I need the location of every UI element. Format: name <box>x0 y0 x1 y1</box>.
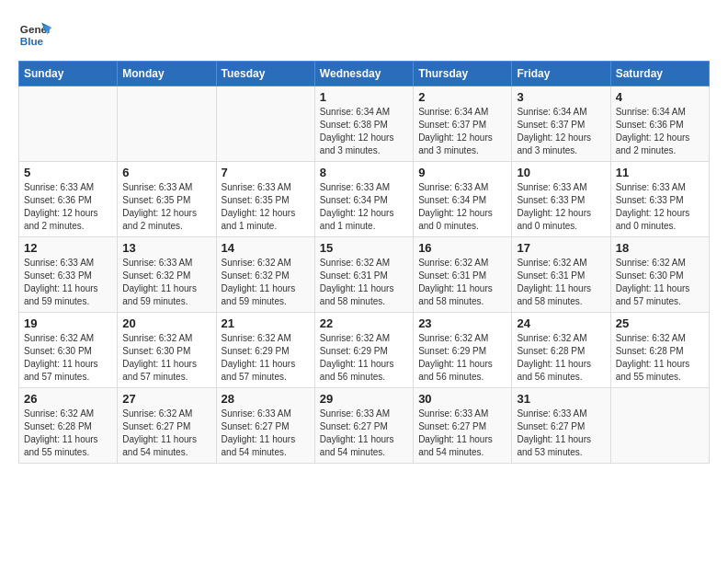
calendar-header-tuesday: Tuesday <box>216 62 314 86</box>
calendar-cell: 11Sunrise: 6:33 AM Sunset: 6:33 PM Dayli… <box>610 162 709 237</box>
day-info: Sunrise: 6:32 AM Sunset: 6:29 PM Dayligh… <box>418 332 506 384</box>
day-number: 4 <box>616 90 704 104</box>
calendar-body: 1Sunrise: 6:34 AM Sunset: 6:38 PM Daylig… <box>19 86 710 464</box>
day-info: Sunrise: 6:34 AM Sunset: 6:37 PM Dayligh… <box>418 106 506 157</box>
calendar-cell: 4Sunrise: 6:34 AM Sunset: 6:36 PM Daylig… <box>610 86 709 162</box>
day-info: Sunrise: 6:32 AM Sunset: 6:28 PM Dayligh… <box>517 332 605 384</box>
day-info: Sunrise: 6:34 AM Sunset: 6:37 PM Dayligh… <box>517 106 605 157</box>
calendar-cell <box>118 86 216 162</box>
calendar-header-wednesday: Wednesday <box>314 62 413 86</box>
calendar-cell: 26Sunrise: 6:32 AM Sunset: 6:28 PM Dayli… <box>19 388 118 464</box>
day-number: 24 <box>517 316 605 330</box>
logo-icon: General Blue <box>18 18 51 52</box>
calendar-header-friday: Friday <box>512 62 610 86</box>
day-number: 19 <box>24 316 112 330</box>
calendar-header-saturday: Saturday <box>610 62 709 86</box>
day-info: Sunrise: 6:32 AM Sunset: 6:28 PM Dayligh… <box>24 408 112 459</box>
day-info: Sunrise: 6:33 AM Sunset: 6:27 PM Dayligh… <box>222 408 310 459</box>
calendar-cell: 17Sunrise: 6:32 AM Sunset: 6:31 PM Dayli… <box>512 237 610 313</box>
day-number: 6 <box>122 166 210 179</box>
calendar-cell: 13Sunrise: 6:33 AM Sunset: 6:32 PM Dayli… <box>118 237 216 313</box>
calendar-cell: 6Sunrise: 6:33 AM Sunset: 6:35 PM Daylig… <box>118 162 216 237</box>
day-number: 14 <box>222 241 310 255</box>
day-number: 5 <box>24 166 112 179</box>
day-info: Sunrise: 6:32 AM Sunset: 6:29 PM Dayligh… <box>222 332 310 384</box>
calendar-cell: 7Sunrise: 6:33 AM Sunset: 6:35 PM Daylig… <box>216 162 314 237</box>
day-number: 23 <box>418 316 506 330</box>
day-number: 26 <box>24 392 112 406</box>
calendar-cell <box>19 86 118 162</box>
day-number: 20 <box>122 316 210 330</box>
day-info: Sunrise: 6:32 AM Sunset: 6:31 PM Dayligh… <box>320 257 408 308</box>
calendar-cell: 27Sunrise: 6:32 AM Sunset: 6:27 PM Dayli… <box>118 388 216 464</box>
day-info: Sunrise: 6:33 AM Sunset: 6:34 PM Dayligh… <box>418 181 506 233</box>
day-number: 11 <box>616 166 704 179</box>
day-info: Sunrise: 6:33 AM Sunset: 6:36 PM Dayligh… <box>24 181 112 233</box>
calendar-cell: 23Sunrise: 6:32 AM Sunset: 6:29 PM Dayli… <box>414 313 512 388</box>
calendar-cell: 2Sunrise: 6:34 AM Sunset: 6:37 PM Daylig… <box>414 86 512 162</box>
day-number: 16 <box>418 241 506 255</box>
calendar-cell: 20Sunrise: 6:32 AM Sunset: 6:30 PM Dayli… <box>118 313 216 388</box>
day-info: Sunrise: 6:33 AM Sunset: 6:32 PM Dayligh… <box>122 257 210 308</box>
calendar-cell: 31Sunrise: 6:33 AM Sunset: 6:27 PM Dayli… <box>512 388 610 464</box>
day-number: 30 <box>418 392 506 406</box>
calendar-header-row: SundayMondayTuesdayWednesdayThursdayFrid… <box>19 62 710 86</box>
calendar-cell: 15Sunrise: 6:32 AM Sunset: 6:31 PM Dayli… <box>314 237 413 313</box>
calendar-cell: 5Sunrise: 6:33 AM Sunset: 6:36 PM Daylig… <box>19 162 118 237</box>
svg-text:Blue: Blue <box>20 35 44 47</box>
calendar-cell: 16Sunrise: 6:32 AM Sunset: 6:31 PM Dayli… <box>414 237 512 313</box>
calendar-cell: 3Sunrise: 6:34 AM Sunset: 6:37 PM Daylig… <box>512 86 610 162</box>
day-info: Sunrise: 6:33 AM Sunset: 6:33 PM Dayligh… <box>517 181 605 233</box>
calendar-header-monday: Monday <box>118 62 216 86</box>
day-number: 10 <box>517 166 605 179</box>
day-number: 1 <box>320 90 408 104</box>
calendar-week-4: 19Sunrise: 6:32 AM Sunset: 6:30 PM Dayli… <box>19 313 710 388</box>
calendar-week-1: 1Sunrise: 6:34 AM Sunset: 6:38 PM Daylig… <box>19 86 710 162</box>
day-info: Sunrise: 6:32 AM Sunset: 6:31 PM Dayligh… <box>517 257 605 308</box>
calendar-cell: 10Sunrise: 6:33 AM Sunset: 6:33 PM Dayli… <box>512 162 610 237</box>
day-info: Sunrise: 6:33 AM Sunset: 6:33 PM Dayligh… <box>24 257 112 308</box>
day-number: 7 <box>222 166 310 179</box>
day-number: 21 <box>222 316 310 330</box>
day-number: 12 <box>24 241 112 255</box>
day-info: Sunrise: 6:33 AM Sunset: 6:34 PM Dayligh… <box>320 181 408 233</box>
day-number: 25 <box>616 316 704 330</box>
calendar-week-3: 12Sunrise: 6:33 AM Sunset: 6:33 PM Dayli… <box>19 237 710 313</box>
day-info: Sunrise: 6:32 AM Sunset: 6:30 PM Dayligh… <box>616 257 704 308</box>
day-info: Sunrise: 6:32 AM Sunset: 6:27 PM Dayligh… <box>122 408 210 459</box>
day-number: 3 <box>517 90 605 104</box>
day-info: Sunrise: 6:33 AM Sunset: 6:35 PM Dayligh… <box>222 181 310 233</box>
calendar-header-sunday: Sunday <box>19 62 118 86</box>
day-info: Sunrise: 6:32 AM Sunset: 6:30 PM Dayligh… <box>24 332 112 384</box>
day-number: 15 <box>320 241 408 255</box>
calendar-week-5: 26Sunrise: 6:32 AM Sunset: 6:28 PM Dayli… <box>19 388 710 464</box>
calendar-cell: 28Sunrise: 6:33 AM Sunset: 6:27 PM Dayli… <box>216 388 314 464</box>
calendar-cell: 29Sunrise: 6:33 AM Sunset: 6:27 PM Dayli… <box>314 388 413 464</box>
calendar-cell: 21Sunrise: 6:32 AM Sunset: 6:29 PM Dayli… <box>216 313 314 388</box>
page-header: General Blue <box>18 18 710 52</box>
day-number: 18 <box>616 241 704 255</box>
logo: General Blue <box>18 18 51 52</box>
calendar-cell: 8Sunrise: 6:33 AM Sunset: 6:34 PM Daylig… <box>314 162 413 237</box>
calendar-cell: 19Sunrise: 6:32 AM Sunset: 6:30 PM Dayli… <box>19 313 118 388</box>
calendar-cell: 22Sunrise: 6:32 AM Sunset: 6:29 PM Dayli… <box>314 313 413 388</box>
day-info: Sunrise: 6:34 AM Sunset: 6:38 PM Dayligh… <box>320 106 408 157</box>
day-info: Sunrise: 6:34 AM Sunset: 6:36 PM Dayligh… <box>616 106 704 157</box>
day-info: Sunrise: 6:33 AM Sunset: 6:27 PM Dayligh… <box>517 408 605 459</box>
calendar-cell <box>610 388 709 464</box>
calendar-cell: 9Sunrise: 6:33 AM Sunset: 6:34 PM Daylig… <box>414 162 512 237</box>
calendar-cell: 1Sunrise: 6:34 AM Sunset: 6:38 PM Daylig… <box>314 86 413 162</box>
day-number: 2 <box>418 90 506 104</box>
day-info: Sunrise: 6:33 AM Sunset: 6:27 PM Dayligh… <box>320 408 408 459</box>
day-info: Sunrise: 6:32 AM Sunset: 6:32 PM Dayligh… <box>222 257 310 308</box>
calendar-cell: 25Sunrise: 6:32 AM Sunset: 6:28 PM Dayli… <box>610 313 709 388</box>
day-info: Sunrise: 6:32 AM Sunset: 6:28 PM Dayligh… <box>616 332 704 384</box>
calendar-cell: 24Sunrise: 6:32 AM Sunset: 6:28 PM Dayli… <box>512 313 610 388</box>
day-info: Sunrise: 6:33 AM Sunset: 6:35 PM Dayligh… <box>122 181 210 233</box>
day-number: 8 <box>320 166 408 179</box>
day-info: Sunrise: 6:32 AM Sunset: 6:30 PM Dayligh… <box>122 332 210 384</box>
day-number: 29 <box>320 392 408 406</box>
day-info: Sunrise: 6:32 AM Sunset: 6:29 PM Dayligh… <box>320 332 408 384</box>
day-info: Sunrise: 6:33 AM Sunset: 6:27 PM Dayligh… <box>418 408 506 459</box>
day-number: 28 <box>222 392 310 406</box>
